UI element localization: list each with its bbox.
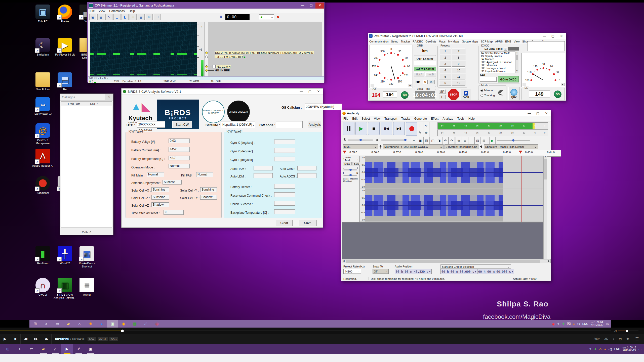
close-button[interactable]: ✕ xyxy=(542,110,551,116)
dxcc-item[interactable]: 3B9: Rodriguez Island xyxy=(480,67,515,70)
dxcc-item[interactable]: 3B6: Agalega & St. Brandon xyxy=(480,61,515,64)
menu-item[interactable]: Tracks xyxy=(399,116,412,121)
tray-usb-icon[interactable]: ⇪ xyxy=(589,347,592,351)
taskbar-icon[interactable]: ▶ xyxy=(61,344,73,354)
taskbar-icon[interactable]: ▰ xyxy=(63,320,74,328)
callsigns-list[interactable] xyxy=(61,106,112,228)
edit-button[interactable]: ✂ xyxy=(411,137,417,144)
recording-volume-slider[interactable] xyxy=(348,140,373,141)
reservation-check-field[interactable] xyxy=(274,192,295,197)
menu-item[interactable]: Maps xyxy=(437,39,447,43)
hot-a-button[interactable]: Hot A xyxy=(414,72,424,76)
dx-time-help-button[interactable]: ? xyxy=(504,47,507,51)
menu-item[interactable]: Select xyxy=(359,116,372,121)
uplink-success-field[interactable] xyxy=(274,201,295,206)
keyboard-input-line[interactable]: NG EE » A » N » xyxy=(88,76,324,80)
audio-track[interactable]: × Audio Track ▼ Mute Solo -+ LR Stereo, … xyxy=(342,156,547,222)
tray-clock[interactable]: ප.ව. 06.042019-06-17 xyxy=(591,321,603,327)
skip-end-button[interactable]: ▶▮ xyxy=(393,122,405,135)
tool-button[interactable]: ∿ xyxy=(423,122,429,129)
tool-button[interactable]: ✎ xyxy=(417,129,423,136)
gs-callsign-input[interactable]: JG6YBW (Kyutech) xyxy=(305,104,342,110)
close-button[interactable]: ✕ xyxy=(314,88,323,95)
horizontal-waterfall-icon[interactable]: ◧ xyxy=(122,14,129,20)
mode-tracking-radio[interactable]: Tracking xyxy=(480,94,495,97)
park-button[interactable]: P PARK xyxy=(461,89,471,100)
desktop-icon-wisat32[interactable]: ╀↗Wisat32 xyxy=(53,246,77,265)
menu-item[interactable]: Transport xyxy=(382,116,399,121)
menu-item[interactable]: Setup xyxy=(390,39,399,43)
track-vscrollbar[interactable]: ∧ xyxy=(543,156,547,259)
view-360-button[interactable]: 360° xyxy=(594,337,600,341)
player-menu-button[interactable]: ☰ xyxy=(630,334,644,344)
backplane-temp-field[interactable] xyxy=(274,209,295,214)
menu-item[interactable]: View xyxy=(372,116,382,121)
kill-fab-field[interactable]: Normal xyxy=(196,172,213,177)
zoom-button[interactable]: ⊡ xyxy=(474,137,481,144)
desktop-icon-cwget[interactable]: ∩↗CwGet xyxy=(31,278,55,296)
stop-button[interactable]: STOP xyxy=(448,89,459,100)
azimuth-dial[interactable]: – + 0306090120150180210240270300330 xyxy=(370,45,413,88)
bd-90-button[interactable]: 90 xyxy=(429,80,435,84)
bd-0-field[interactable]: 0 xyxy=(423,80,428,84)
track-gain-slider[interactable] xyxy=(343,169,357,170)
battery-voltage-field[interactable]: 0.03 xyxy=(169,139,190,143)
taskbar-icon[interactable]: ▭ xyxy=(26,344,37,354)
tray-shield-icon[interactable]: ✚ xyxy=(594,347,597,351)
dxcc-scrollbar[interactable]: ▲ ▼ xyxy=(515,52,518,73)
audio-host-dropdown[interactable]: MME⌄ xyxy=(343,144,378,149)
cw-code-input[interactable] xyxy=(276,121,303,128)
menu-item[interactable]: Help xyxy=(127,9,137,13)
taskbar-icon[interactable]: ◉ xyxy=(118,320,129,328)
menu-item[interactable]: Help xyxy=(466,116,477,121)
maximize-button[interactable]: ▢ xyxy=(534,110,542,116)
decoded-line[interactable]: DS3 JP75FB A580A 566 02 I YLF BIRDS3 NP8… xyxy=(205,51,314,54)
tool-button[interactable]: I xyxy=(417,122,423,129)
close-button[interactable]: ✕ xyxy=(315,3,324,9)
reset-time-field[interactable]: 9 xyxy=(164,210,184,215)
menu-item[interactable]: SCP Map xyxy=(479,39,494,43)
close-button[interactable]: ✕ xyxy=(105,94,113,100)
menu-item[interactable]: File xyxy=(88,9,97,13)
save-button[interactable]: Save xyxy=(299,220,317,226)
hot-b-button[interactable]: Hot B xyxy=(425,72,436,76)
el-go-button[interactable]: GO xyxy=(554,90,561,98)
taskbar-icon[interactable]: ⌕ xyxy=(41,320,52,328)
birds3-titlebar[interactable]: BIRDS-3 CW Analysis Software V2.1 —▢✕ xyxy=(122,88,323,95)
preset-button[interactable]: 4 xyxy=(439,67,451,73)
player-play-button[interactable]: ▶ xyxy=(0,334,10,344)
menu-item[interactable]: Analyze xyxy=(440,116,455,121)
pause-button[interactable] xyxy=(343,122,354,135)
sp-button[interactable]: SP xyxy=(439,89,446,94)
maximize-button[interactable]: ▢ xyxy=(306,88,314,95)
minimize-button[interactable]: — xyxy=(525,110,534,116)
menu-item[interactable]: RA/DEC xyxy=(411,39,424,43)
preset-button[interactable]: 11 xyxy=(452,74,465,79)
az-target-input[interactable]: 164 xyxy=(383,91,397,98)
zoom-button[interactable]: ⇔ xyxy=(468,137,474,144)
player-open-button[interactable]: ⏏ xyxy=(41,334,52,344)
taskbar-icon[interactable]: ● xyxy=(96,320,107,328)
solar-mz-field[interactable]: Sunshine xyxy=(151,195,169,200)
tray-ball-icon[interactable]: ● xyxy=(604,347,606,351)
playback-volume-slider[interactable] xyxy=(381,140,406,141)
record-button[interactable] xyxy=(406,122,418,135)
waveform-channel-right[interactable] xyxy=(365,189,546,221)
taskbar-icon[interactable]: ⊞ xyxy=(2,344,14,354)
callsigns-titlebar[interactable]: Callsigns ✕ xyxy=(60,94,113,101)
menu-item[interactable]: EME xyxy=(504,39,512,43)
solar-pz-field[interactable]: Shadow xyxy=(151,202,169,207)
auto-ldm-field[interactable] xyxy=(254,173,273,178)
menu-item[interactable]: GeoSats xyxy=(424,39,438,43)
tray-language[interactable]: ENG xyxy=(582,322,588,325)
battery-temperature-field[interactable]: 48.7 xyxy=(169,156,190,160)
menu-item[interactable]: Google Maps xyxy=(461,39,479,43)
player-next-button[interactable]: ▮▶ xyxy=(31,334,41,344)
taskbar-icon[interactable]: ▣ xyxy=(85,344,97,354)
clear-button[interactable]: Clear xyxy=(276,220,293,226)
operation-mode-field[interactable]: Normal xyxy=(169,164,190,168)
delete-icon[interactable]: ✕ xyxy=(277,15,280,19)
desktop-icon-realterm[interactable]: ▮↗Realterm xyxy=(31,246,55,265)
playback-meter[interactable]: -54-48-42-36-30-24-18-12-60 xyxy=(437,129,548,136)
satellite-dropdown[interactable]: NepaliSat-1 (JG6YLF)⌄ xyxy=(221,121,255,128)
